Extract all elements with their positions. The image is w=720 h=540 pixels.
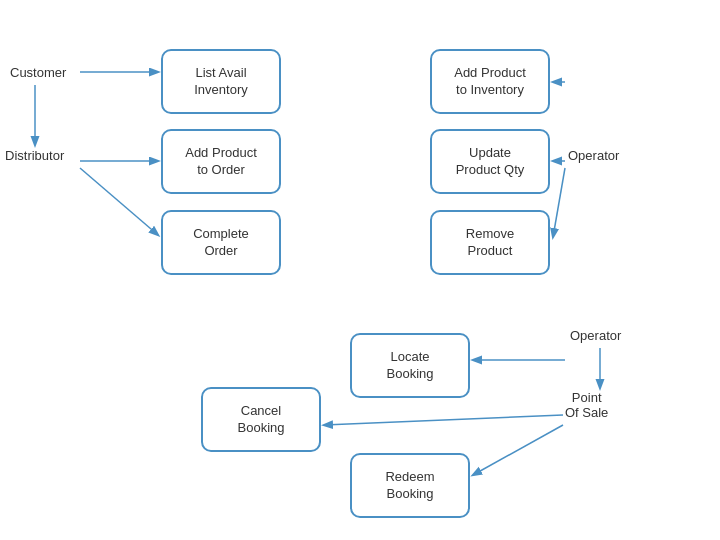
locate-booking-label: LocateBooking (387, 349, 434, 383)
list-avail-inventory-node: List AvailInventory (161, 49, 281, 114)
list-avail-inventory-label: List AvailInventory (194, 65, 247, 99)
customer-label: Customer (10, 65, 66, 80)
add-product-to-inventory-label: Add Productto Inventory (454, 65, 526, 99)
complete-order-label: CompleteOrder (193, 226, 249, 260)
operator-right-label: Operator (568, 148, 619, 163)
remove-product-label: RemoveProduct (466, 226, 514, 260)
cancel-booking-label: CancelBooking (238, 403, 285, 437)
svg-line-3 (80, 168, 158, 235)
svg-line-6 (553, 168, 565, 237)
remove-product-node: RemoveProduct (430, 210, 550, 275)
operator-top-label: Operator (570, 328, 621, 343)
complete-order-node: CompleteOrder (161, 210, 281, 275)
add-product-to-inventory-node: Add Productto Inventory (430, 49, 550, 114)
point-of-sale-label: PointOf Sale (565, 390, 608, 420)
update-product-qty-label: UpdateProduct Qty (456, 145, 525, 179)
update-product-qty-node: UpdateProduct Qty (430, 129, 550, 194)
distributor-label: Distributor (5, 148, 64, 163)
svg-line-10 (473, 425, 563, 475)
redeem-booking-node: RedeemBooking (350, 453, 470, 518)
locate-booking-node: LocateBooking (350, 333, 470, 398)
redeem-booking-label: RedeemBooking (385, 469, 434, 503)
add-product-to-order-node: Add Productto Order (161, 129, 281, 194)
svg-line-9 (324, 415, 563, 425)
cancel-booking-node: CancelBooking (201, 387, 321, 452)
add-product-to-order-label: Add Productto Order (185, 145, 257, 179)
